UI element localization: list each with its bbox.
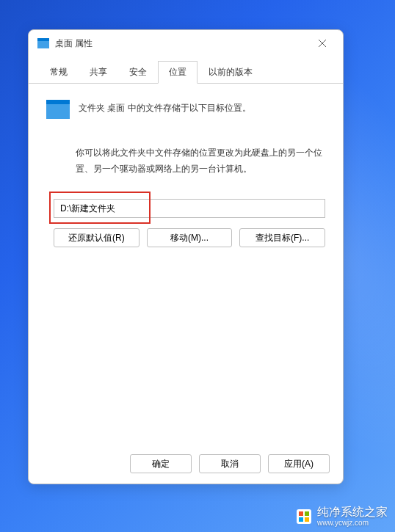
close-icon bbox=[319, 40, 326, 47]
cancel-button[interactable]: 取消 bbox=[199, 454, 261, 473]
properties-dialog: 桌面 属性 常规 共享 安全 位置 以前的版本 文件夹 桌面 中的文件存储于以下… bbox=[28, 29, 344, 484]
description-text: 文件夹 桌面 中的文件存储于以下目标位置。 bbox=[79, 98, 251, 115]
path-input-container bbox=[54, 199, 325, 218]
dialog-footer: 确定 取消 应用(A) bbox=[29, 444, 343, 484]
path-input[interactable] bbox=[54, 199, 325, 218]
window-title: 桌面 属性 bbox=[55, 37, 93, 50]
windows-logo-icon bbox=[297, 509, 311, 524]
watermark-name: 纯净系统之家 bbox=[317, 506, 388, 519]
tab-location[interactable]: 位置 bbox=[158, 61, 198, 84]
tabs-container: 常规 共享 安全 位置 以前的版本 bbox=[29, 61, 343, 84]
desktop-folder-icon bbox=[46, 100, 70, 119]
tab-security[interactable]: 安全 bbox=[118, 61, 158, 83]
tab-previous-versions[interactable]: 以前的版本 bbox=[198, 61, 264, 83]
titlebar: 桌面 属性 bbox=[29, 30, 343, 57]
desktop-icon bbox=[37, 38, 49, 48]
find-target-button[interactable]: 查找目标(F)... bbox=[239, 228, 325, 247]
ok-button[interactable]: 确定 bbox=[130, 454, 192, 473]
watermark-url: www.ycwjz.com bbox=[317, 519, 388, 527]
watermark: 纯净系统之家 www.ycwjz.com bbox=[297, 506, 388, 527]
close-button[interactable] bbox=[311, 33, 334, 54]
tab-content: 文件夹 桌面 中的文件存储于以下目标位置。 你可以将此文件夹中文件存储的位置更改… bbox=[29, 84, 343, 444]
action-buttons-row: 还原默认值(R) 移动(M)... 查找目标(F)... bbox=[54, 228, 325, 247]
help-text: 你可以将此文件夹中文件存储的位置更改为此硬盘上的另一个位置、另一个驱动器或网络上… bbox=[76, 145, 325, 177]
apply-button[interactable]: 应用(A) bbox=[268, 454, 330, 473]
restore-default-button[interactable]: 还原默认值(R) bbox=[54, 228, 139, 247]
tab-general[interactable]: 常规 bbox=[39, 61, 79, 83]
tab-share[interactable]: 共享 bbox=[79, 61, 118, 83]
description-row: 文件夹 桌面 中的文件存储于以下目标位置。 bbox=[46, 98, 325, 119]
move-button[interactable]: 移动(M)... bbox=[147, 228, 233, 247]
